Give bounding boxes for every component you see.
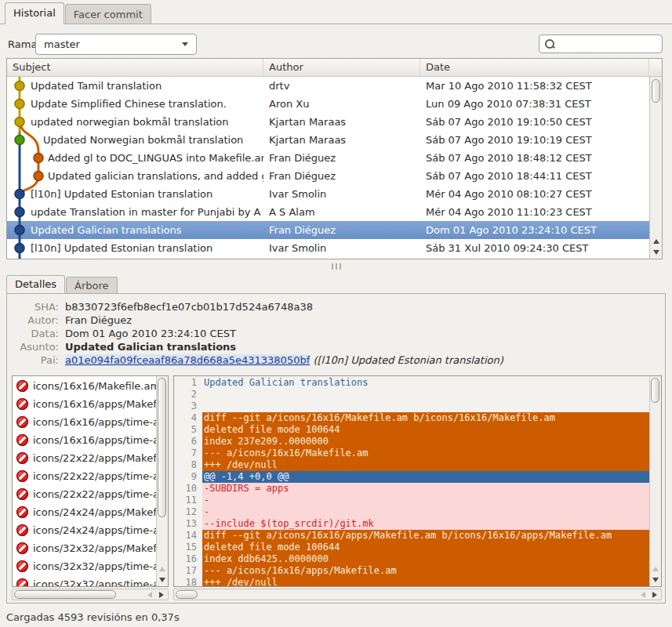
commit-subject: [l10n] Updated Estonian translation [7,188,263,200]
commit-date: Sáb 07 Ago 2010 19:10:50 CEST [420,116,649,128]
file-path: icons/32x32/apps/time-admin [33,578,156,587]
parent-label: Pai: [10,353,59,367]
subject-label: Asunto: [10,340,59,353]
diff-line: 9@@ -1,4 +0,0 @@ [174,471,649,483]
scroll-down-button[interactable] [157,574,168,585]
commit-list-scrollbar[interactable] [649,77,662,259]
commit-row[interactable]: Updated galician translations, and added… [7,167,649,185]
commit-date: Sáb 07 Ago 2010 18:48:12 CEST [420,152,649,164]
diff-line: 12- [174,506,649,518]
scrollbar-thumb[interactable] [158,378,166,517]
tab-detalles[interactable]: Detalles [6,275,65,295]
file-item[interactable]: icons/24x24/apps/time-admin [13,521,156,539]
scrollbar-thumb[interactable] [652,79,660,103]
scrollbar-thumb[interactable] [176,590,198,599]
scroll-down-button[interactable] [650,574,661,585]
scroll-left-button[interactable] [144,589,155,600]
file-path: icons/16x16/Makefile.am [33,380,156,392]
commit-subject: updated norwegian bokmål translation [7,116,263,128]
scroll-right-button[interactable] [649,589,660,600]
diff-line: 6index 237e209..0000000 [174,436,649,448]
scrollbar-thumb[interactable] [14,590,116,599]
file-path: icons/24x24/apps/Makefile.am [33,506,156,518]
scroll-up-button[interactable] [157,564,168,574]
scroll-down-button[interactable] [650,247,662,258]
commit-author: Fran Diéguez [263,224,420,236]
diff-line: 18+++ /dev/null [174,577,649,587]
tab-facer-commit[interactable]: Facer commit [65,4,151,24]
deleted-file-icon [16,560,28,572]
file-item[interactable]: icons/16x16/Makefile.am [13,377,156,395]
scroll-up-icon [653,239,659,244]
diff-line: 13--include $(top_srcdir)/git.mk [174,518,649,530]
commit-row[interactable]: Updated Tamil translation drtv Mar 10 Ag… [7,77,649,95]
file-item[interactable]: icons/22x22/apps/Makefile.am [13,449,156,467]
file-item[interactable]: icons/16x16/apps/time-admin [13,413,156,431]
tab-arbore[interactable]: Árbore [66,277,118,294]
commit-row[interactable]: Updated Norwegian bokmål translation Kja… [7,131,649,149]
scroll-down-icon [653,250,659,255]
column-header-author[interactable]: Author [263,59,420,76]
commit-author: A S Alam [263,206,420,218]
sha-label: SHA: [10,300,59,314]
author-label: Autor: [10,314,59,327]
file-item[interactable]: icons/32x32/apps/time-admin [13,575,156,587]
detail-tabbar: Detalles Árbore [6,274,118,294]
file-item[interactable]: icons/32x32/apps/Makefile.am [13,539,156,557]
commit-date: Dom 01 Ago 2010 23:24:10 CEST [420,224,649,236]
deleted-file-icon [16,452,28,464]
branch-select[interactable]: master [35,34,197,55]
deleted-file-icon [16,434,28,446]
scroll-right-icon [159,592,164,598]
commit-author: Fran Diéguez [263,170,420,182]
status-bar: Cargadas 4593 revisións en 0,37s [6,611,180,623]
commit-author: Aron Xu [263,98,420,110]
commit-row[interactable]: updated norwegian bokmål translation Kja… [7,113,649,131]
commit-row[interactable]: [l10n] Updated Estonian translation Ivar… [7,239,649,257]
commit-subject: Update Simplified Chinese translation. [7,98,263,110]
commit-date: Lun 09 Ago 2010 07:38:31 CEST [420,98,649,110]
changed-files-pane: icons/16x16/Makefile.am icons/16x16/apps… [12,375,169,587]
file-item[interactable]: icons/32x32/apps/time-admin [13,557,156,575]
commit-row[interactable]: update Translation in master for Punjabi… [7,203,649,221]
tab-historial[interactable]: Historial [5,2,64,24]
author-value: Fran Diéguez [65,314,503,327]
scroll-up-icon [159,567,165,571]
parent-sha-link[interactable]: a01e094fa09fceaaf86a78d668a5e431338050bf [65,354,310,366]
scroll-left-icon [641,592,645,598]
scroll-left-button[interactable] [637,589,648,600]
commit-row[interactable]: Update Simplified Chinese translation. A… [7,95,649,113]
file-list-scrollbar[interactable] [156,376,168,586]
diff-line: 10-SUBDIRS = apps [174,483,649,495]
pane-splitter[interactable] [0,259,672,273]
header-scroll-corner [649,59,662,76]
scroll-up-button[interactable] [650,236,662,247]
deleted-file-icon [16,488,28,500]
deleted-file-icon [16,542,28,554]
column-header-date[interactable]: Date [420,59,649,76]
commit-details: SHA: b8330723f6efb8ecf1e07cb01b17d524a67… [10,300,503,367]
file-list-hscrollbar[interactable] [12,589,169,600]
file-item[interactable]: icons/16x16/apps/Makefile.am [13,395,156,413]
splitter-grip-icon [332,263,341,270]
file-path: icons/22x22/apps/time-admin [33,488,156,500]
diff-hscrollbar[interactable] [173,589,662,600]
diff-line: 16index ddb6425..0000000 [174,553,649,565]
commit-row[interactable]: Added gl to DOC_LINGUAS into Makefile.am… [7,149,649,167]
column-header-subject[interactable]: Subject [7,59,263,76]
scrollbar-thumb[interactable] [651,378,659,403]
file-item[interactable]: icons/22x22/apps/time-admin [13,485,156,503]
search-input[interactable] [555,38,657,51]
file-item[interactable]: icons/24x24/apps/Makefile.am [13,503,156,521]
commit-subject: Updated galician translations, and added… [7,170,263,182]
commit-row-selected[interactable]: Updated Galician translations Fran Diégu… [7,221,649,239]
scroll-right-button[interactable] [156,589,167,600]
file-item[interactable]: icons/16x16/apps/time-admin [13,431,156,449]
commit-date: Mér 04 Ago 2010 08:10:27 CEST [420,188,649,200]
file-path: icons/22x22/apps/time-admin [33,470,156,482]
diff-scrollbar[interactable] [649,376,661,586]
commit-date: Mar 10 Ago 2010 11:58:32 CEST [420,80,649,92]
file-item[interactable]: icons/22x22/apps/time-admin [13,467,156,485]
commit-row[interactable]: [l10n] Updated Estonian translation Ivar… [7,185,649,203]
scroll-up-button[interactable] [650,564,661,574]
